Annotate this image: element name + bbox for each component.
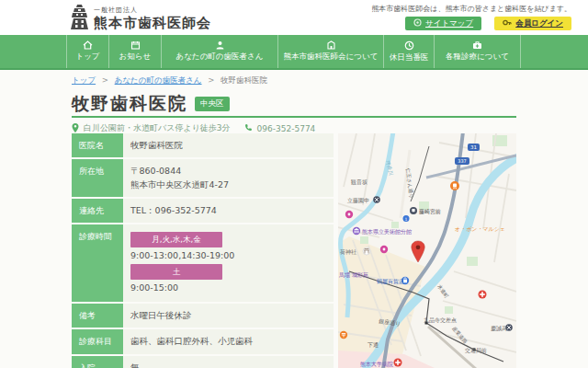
weekday-badge: 月,火,水,木,金 (130, 232, 222, 247)
post-office-poi-icon (340, 331, 347, 339)
page: 一般社団法人 熊本市歯科医師会 熊本市歯科医師会は、熊本市の皆さまと歯科医を結び… (0, 0, 588, 368)
nav-item-local-dentists[interactable]: あなたの町の歯医者さん (161, 35, 277, 68)
location-map[interactable]: 31 337 1 (338, 133, 516, 368)
breadcrumb-current: 牧野歯科医院 (220, 75, 267, 85)
table-row: 備考 水曜日午後休診 (72, 304, 334, 328)
route-shield-31: 31 (468, 144, 480, 151)
attraction-poi-icon (345, 211, 353, 218)
tel-value: TEL：096-352-5774 (123, 199, 334, 223)
site-logo-text: 一般社団法人 熊本市歯科医師会 (94, 6, 211, 32)
address: 熊本市中央区水道町4-27 (130, 178, 326, 191)
site-tagline: 熊本市歯科医師会は、熊本市の皆さまと歯科医を結びます。 (371, 4, 571, 14)
map-label-josaien: 馬場 城彩苑 (338, 271, 368, 279)
map-label-kotsukyoku-mae: 交通局前 (464, 347, 487, 354)
breadcrumb-separator: > (102, 75, 108, 85)
map-label-au-bon-marche: オ・ボン・マルシェ (455, 225, 505, 233)
member-login-button-label: 会員ログイン (515, 18, 563, 29)
bus-stop-icon: 1 (403, 215, 410, 222)
svg-text:31: 31 (470, 144, 477, 150)
site-logo[interactable]: 一般社団法人 熊本市歯科医師会 (70, 5, 211, 33)
site-header: 一般社団法人 熊本市歯科医師会 熊本市歯科医師会は、熊本市の皆さまと歯科医を結び… (0, 0, 588, 35)
sitemap-icon (413, 18, 422, 29)
org-name: 熊本市歯科医師会 (94, 15, 211, 32)
map-label-toen-school: 立藤園中 (347, 197, 369, 204)
svg-text:1: 1 (405, 217, 408, 222)
phone-number: 096-352-5774 (257, 124, 316, 133)
header-buttons: サイトマップ 会員ログイン (405, 17, 571, 30)
map-label-museum-annex: 熊本県立美術館分館 (362, 228, 412, 236)
sitemap-button[interactable]: サイトマップ (405, 17, 481, 30)
station-poi-icon (450, 181, 459, 190)
map-label-kannonzaka: 観音坂 (350, 178, 368, 186)
table-row: 連絡先 TEL：096-352-5774 (72, 199, 334, 223)
hospital-poi-icon (394, 359, 402, 367)
table-row-hours: 診療時間 月,火,水,木,金 9:00-13:00,14:30-19:00 土 … (72, 224, 334, 302)
nav-item-top[interactable]: トップ (66, 35, 108, 68)
nav-item-treatments[interactable]: 各種診療について (434, 35, 521, 68)
museum-poi-icon (353, 227, 360, 235)
phone-icon (244, 123, 253, 133)
school-poi-icon (373, 196, 380, 203)
table-row: 所在地 〒860-0844 熊本市中央区水道町4-27 (72, 159, 334, 197)
org-type: 一般社団法人 (94, 6, 211, 15)
breadcrumb-link-top[interactable]: トップ (72, 75, 96, 85)
map-label-kuhonji-crossing: 九品寺交差点 (424, 316, 457, 324)
main-nav: トップ お知らせ あなたの町の歯医者さん 熊本市歯科医師会について 休日当番医 … (0, 35, 588, 70)
nav-item-about-association[interactable]: 熊本市歯科医師会について (277, 35, 383, 68)
map-label-kumadai-hospital: 熊本大学病院 (360, 361, 393, 368)
page-title: 牧野歯科医院 (72, 92, 187, 116)
calendar-icon (130, 40, 141, 50)
breadcrumb: トップ > あなたの町の歯医者さん > 牧野歯科医院 (72, 75, 267, 86)
fujisakigu-mae-station-icon (410, 207, 417, 214)
map-label-inari-shrine: 荷神社 (340, 248, 356, 255)
table-row: 診療科目 歯科、歯科口腔外科、小児歯科 (72, 329, 334, 353)
attraction-poi-icon (380, 246, 388, 253)
saturday-hours: 9:00-15:00 (130, 282, 326, 294)
person-icon (215, 40, 225, 50)
saturday-badge: 土 (130, 264, 222, 280)
map-label-fujisakigu-mae: 藤崎宮前 (419, 208, 441, 215)
nav-item-holiday-doctor[interactable]: 休日当番医 (383, 35, 434, 68)
key-icon (503, 18, 512, 29)
map-label-tsuruya: 鶴屋百貨店 (377, 278, 404, 285)
table-row: 医院名 牧野歯科医院 (72, 133, 334, 157)
hospital-poi-icon (479, 291, 487, 299)
medical-case-icon (472, 40, 482, 50)
shrine-torii-icon (363, 247, 370, 255)
ward-badge: 中央区 (195, 97, 230, 111)
map-label-shimotori: 下通 (368, 341, 379, 348)
svg-text:337: 337 (458, 158, 467, 164)
postal-code: 〒860-0844 (130, 165, 326, 178)
nav-spacer (521, 35, 588, 68)
clock-icon (404, 40, 414, 51)
map-pin-icon (72, 123, 79, 134)
breadcrumb-separator: > (208, 75, 214, 85)
map-label-keisei-high: 慶誠高 (491, 325, 507, 332)
building-icon (326, 40, 336, 50)
nav-item-news[interactable]: お知らせ (108, 35, 161, 68)
castle-logo-icon (70, 5, 89, 33)
clinic-info-table: 医院名 牧野歯科医院 所在地 〒860-0844 熊本市中央区水道町4-27 連… (72, 133, 334, 368)
nav-spacer (0, 35, 66, 68)
sitemap-button-label: サイトマップ (425, 18, 473, 29)
weekday-hours: 9:00-13:00,14:30-19:00 (130, 249, 326, 262)
title-underline (72, 116, 516, 118)
member-login-button[interactable]: 会員ログイン (494, 17, 571, 30)
route-shield-337: 337 (455, 157, 469, 165)
home-icon (83, 40, 93, 50)
clinic-title-row: 牧野歯科医院 中央区 (72, 92, 230, 116)
breadcrumb-link-dentists[interactable]: あなたの町の歯医者さん (115, 75, 202, 85)
table-row: 入院 無 (72, 356, 334, 368)
